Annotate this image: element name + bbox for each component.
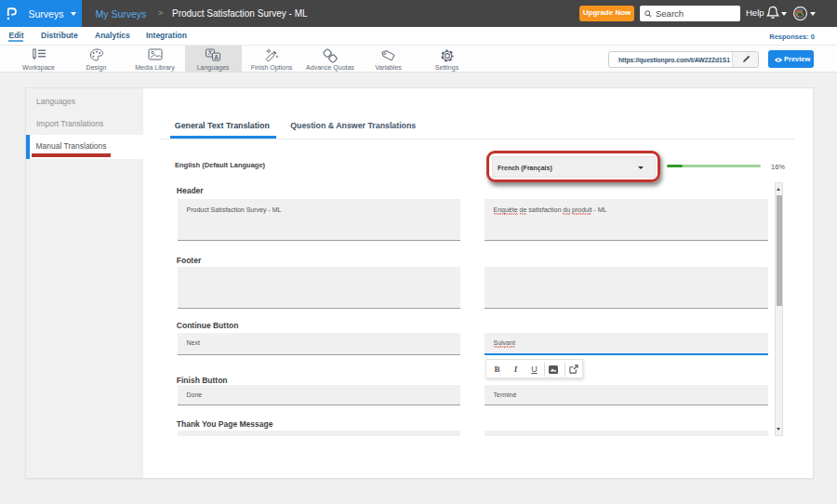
- svg-text:A: A: [214, 54, 219, 60]
